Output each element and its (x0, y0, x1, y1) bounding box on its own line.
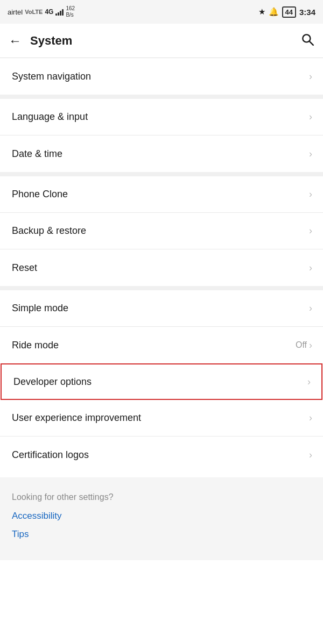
chevron-icon: › (309, 225, 312, 237)
section-2: Language & input › Date & time › (0, 99, 323, 172)
status-bar: airtel VoLTE 4G 162 B/s ★ 🔔 44 3:34 (0, 0, 323, 24)
chevron-icon: › (309, 189, 312, 200)
chevron-icon: › (307, 376, 311, 388)
network-type-label: VoLTE (25, 9, 43, 15)
settings-item-date-time[interactable]: Date & time › (0, 135, 323, 172)
settings-item-phone-clone[interactable]: Phone Clone › (0, 176, 323, 213)
data-speed: 162 B/s (66, 5, 75, 18)
accessibility-link[interactable]: Accessibility (12, 511, 311, 521)
status-left: airtel VoLTE 4G 162 B/s (8, 5, 75, 18)
ride-mode-label: Ride mode (12, 340, 59, 351)
developer-options-label: Developer options (13, 376, 92, 388)
backup-restore-right: › (309, 225, 312, 237)
chevron-icon: › (309, 262, 312, 274)
chevron-icon: › (309, 148, 312, 160)
svg-line-1 (310, 41, 313, 45)
page-title: System (30, 34, 72, 48)
chevron-icon: › (309, 303, 312, 314)
search-button[interactable] (300, 32, 314, 49)
date-time-label: Date & time (12, 148, 62, 160)
settings-item-backup-restore[interactable]: Backup & restore › (0, 213, 323, 249)
carrier-label: airtel (8, 8, 23, 16)
date-time-right: › (309, 148, 312, 160)
chevron-icon: › (309, 71, 312, 82)
section-1: System navigation › (0, 58, 323, 95)
developer-options-right: › (307, 376, 311, 388)
divider-3 (0, 286, 323, 290)
certification-logos-label: Certification logos (12, 449, 89, 461)
app-bar-left: ← System (9, 33, 72, 48)
user-experience-right: › (309, 412, 312, 424)
simple-mode-label: Simple mode (12, 303, 68, 314)
ride-mode-right: Off › (296, 340, 312, 351)
divider-1 (0, 95, 323, 99)
section-4: Simple mode › Ride mode Off › (0, 290, 323, 363)
network-gen-label: 4G (45, 8, 53, 16)
certification-logos-right: › (309, 449, 312, 461)
signal-bars (55, 8, 64, 16)
bottom-section-title: Looking for other settings? (12, 492, 311, 502)
bluetooth-icon: ★ (258, 7, 265, 17)
bottom-section: Looking for other settings? Accessibilit… (0, 477, 323, 560)
settings-item-system-navigation[interactable]: System navigation › (0, 58, 323, 95)
section-5: Developer options › User experience impr… (0, 363, 323, 473)
settings-item-developer-options[interactable]: Developer options › (1, 363, 322, 400)
chevron-icon: › (309, 412, 312, 424)
language-input-label: Language & input (12, 111, 88, 123)
language-input-right: › (309, 111, 312, 123)
time-label: 3:34 (299, 8, 315, 17)
phone-clone-label: Phone Clone (12, 189, 68, 200)
reset-label: Reset (12, 262, 37, 274)
settings-item-user-experience[interactable]: User experience improvement › (0, 400, 323, 437)
notification-bell-icon: 🔔 (269, 7, 279, 17)
backup-restore-label: Backup & restore (12, 225, 86, 237)
status-right: ★ 🔔 44 3:34 (258, 6, 316, 18)
ride-mode-value: Off (296, 340, 307, 350)
system-navigation-right: › (309, 71, 312, 82)
section-3: Phone Clone › Backup & restore › Reset › (0, 176, 323, 286)
divider-2 (0, 172, 323, 176)
phone-clone-right: › (309, 189, 312, 200)
simple-mode-right: › (309, 303, 312, 314)
settings-item-language-input[interactable]: Language & input › (0, 99, 323, 135)
settings-item-certification-logos[interactable]: Certification logos › (0, 437, 323, 473)
chevron-icon: › (309, 449, 312, 461)
settings-item-simple-mode[interactable]: Simple mode › (0, 290, 323, 327)
app-bar: ← System (0, 24, 323, 58)
chevron-icon: › (309, 111, 312, 123)
settings-item-ride-mode[interactable]: Ride mode Off › (0, 327, 323, 363)
user-experience-label: User experience improvement (12, 412, 141, 424)
battery-icon: 44 (282, 6, 296, 18)
tips-link[interactable]: Tips (12, 529, 311, 540)
settings-item-reset[interactable]: Reset › (0, 249, 323, 286)
back-button[interactable]: ← (9, 33, 22, 48)
reset-right: › (309, 262, 312, 274)
chevron-icon: › (309, 340, 312, 351)
system-navigation-label: System navigation (12, 71, 91, 82)
